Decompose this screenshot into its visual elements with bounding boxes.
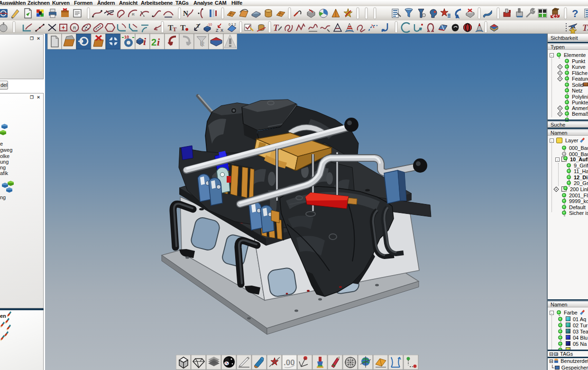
svg-text:i: i [157,36,160,48]
svg-text:2: 2 [151,37,156,47]
svg-text:i: i [143,36,147,47]
svg-text:R: R [200,40,204,47]
svg-text:10: 10 [124,35,129,39]
